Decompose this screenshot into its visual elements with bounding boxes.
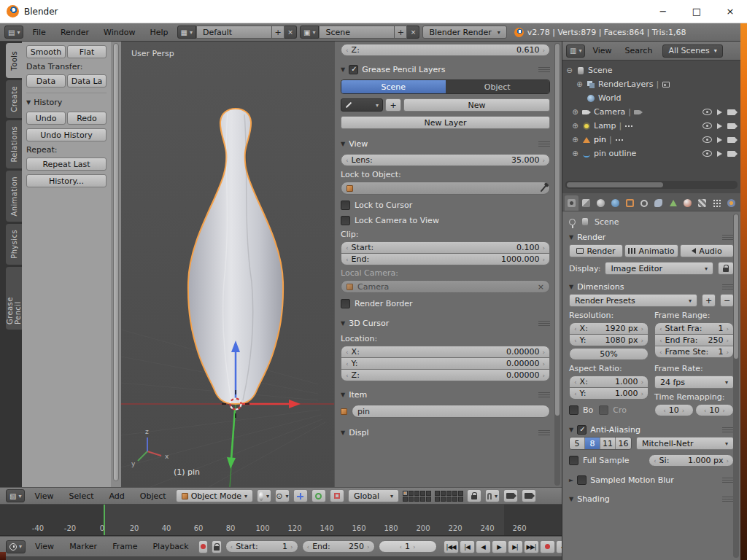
eyedropper-icon[interactable]: [541, 184, 547, 192]
render-button[interactable]: Render: [569, 244, 623, 257]
keying-set-button[interactable]: ◆: [556, 540, 562, 553]
outliner-menu-view[interactable]: View: [587, 46, 617, 55]
render-audio-button[interactable]: Audio: [680, 244, 734, 257]
keying-lock-button[interactable]: [212, 540, 222, 553]
aa-samples-5[interactable]: 5: [570, 438, 585, 449]
frame-start-field[interactable]: ‹ Start: 1 ›: [225, 540, 298, 553]
motion-blur-checkbox[interactable]: [577, 475, 587, 485]
render-border-checkbox[interactable]: [341, 299, 350, 308]
tab-scene[interactable]: [594, 195, 608, 211]
render-presets-dropdown[interactable]: Render Presets▾: [569, 294, 697, 307]
increment-arrow-icon[interactable]: ›: [542, 256, 545, 263]
panel-grip-icon[interactable]: [722, 235, 734, 241]
clip-end-field[interactable]: ‹ End: 1000.000 ›: [341, 253, 550, 265]
selectability-arrow-icon[interactable]: [717, 123, 722, 129]
close-button[interactable]: ×: [713, 0, 747, 23]
visibility-eye-icon[interactable]: [703, 136, 712, 143]
pivot-point-dropdown[interactable]: ⊙▾: [275, 489, 290, 502]
pin-context-icon[interactable]: [569, 219, 576, 225]
minimize-button[interactable]: −: [646, 0, 680, 23]
display-dropdown[interactable]: Image Editor▾: [605, 262, 713, 275]
increment-arrow-icon[interactable]: ›: [542, 360, 545, 368]
gp-data-dropdown[interactable]: ▾: [341, 98, 383, 112]
renderability-camera-icon[interactable]: [727, 109, 735, 115]
tab-physics[interactable]: [724, 195, 738, 211]
shading-panel-header[interactable]: ▼ Shading: [569, 491, 734, 506]
outliner-row-lamp[interactable]: ⊕ Lamp |: [565, 119, 739, 133]
outliner-menu-search[interactable]: Search: [619, 46, 659, 55]
tab-physics[interactable]: Physics: [6, 224, 22, 265]
tab-constraints[interactable]: [638, 195, 651, 211]
layer-cell[interactable]: [414, 491, 419, 496]
resolution-percentage-slider[interactable]: 50%: [569, 348, 649, 360]
crop-checkbox[interactable]: [599, 405, 608, 415]
next-keyframe-button[interactable]: ▶|: [508, 540, 523, 553]
aspect-x-field[interactable]: ‹X:1.000›: [569, 376, 649, 388]
shade-smooth-button[interactable]: Smooth: [26, 45, 66, 58]
add-scene-button[interactable]: +: [395, 26, 407, 39]
frame-end-field[interactable]: ‹ End: 250 ›: [302, 540, 375, 553]
panel-grip-icon[interactable]: [722, 427, 734, 433]
frame-start-field[interactable]: ‹Start Fra:1›: [654, 322, 734, 335]
layer-cell[interactable]: [435, 497, 440, 502]
resolution-y-field[interactable]: ‹Y:1080 px›: [569, 334, 649, 346]
toolshelf-scrollbar[interactable]: [111, 42, 121, 487]
item-panel-header[interactable]: ▼ Item: [341, 387, 550, 402]
outliner-editor-type-button[interactable]: ▥▾: [566, 44, 585, 58]
local-camera-field[interactable]: Camera ×: [341, 280, 550, 293]
data-transfer-button[interactable]: Data: [26, 74, 66, 88]
timeline-ruler[interactable]: -40 -20 0 20 40 60 80 100 120 140 160 18…: [0, 505, 562, 536]
layer-cell[interactable]: [426, 497, 431, 502]
aa-size-field[interactable]: ‹Si:1.000 px›: [649, 454, 734, 467]
delete-screen-button[interactable]: ×: [285, 26, 297, 39]
timeline-editor-type-button[interactable]: ▾: [6, 540, 26, 553]
panel-grip-icon[interactable]: [538, 321, 550, 327]
screen-layout-field[interactable]: Default: [196, 26, 272, 39]
tab-particles[interactable]: [710, 195, 724, 211]
expand-icon[interactable]: ⊕: [571, 136, 579, 144]
layer-cell[interactable]: [409, 497, 414, 502]
record-button[interactable]: [540, 540, 555, 553]
aa-filter-dropdown[interactable]: Mitchell-Netr▾: [636, 437, 734, 450]
render-opengl-animation-button[interactable]: [522, 489, 536, 502]
mode-dropdown[interactable]: Object Mode ▾: [176, 489, 253, 502]
scene-field[interactable]: Scene: [319, 26, 395, 39]
layer-cell[interactable]: [458, 491, 463, 496]
tab-modifiers[interactable]: [652, 195, 666, 211]
layer-group-2[interactable]: [435, 491, 463, 502]
tab-texture[interactable]: [695, 195, 709, 211]
grease-pencil-layers-panel-header[interactable]: ▼ Grease Pencil Layers: [341, 62, 550, 77]
snap-toggle-button[interactable]: ▾: [485, 489, 500, 502]
layer-cell[interactable]: [409, 491, 414, 496]
properties-scrollbar[interactable]: [733, 214, 739, 558]
menu-help[interactable]: Help: [144, 28, 174, 37]
layer-cell[interactable]: [446, 491, 452, 496]
manipulator-scale-button[interactable]: [330, 489, 344, 502]
increment-arrow-icon[interactable]: ›: [542, 349, 545, 356]
outliner-row-scene[interactable]: ⊖ Scene: [565, 63, 739, 77]
panel-grip-icon[interactable]: [722, 478, 734, 483]
shade-flat-button[interactable]: Flat: [67, 45, 107, 58]
tab-relations[interactable]: Relations: [6, 120, 22, 168]
outliner-row-camera[interactable]: ⊕ Camera |: [565, 105, 739, 119]
gp-new-layer-button[interactable]: New Layer: [341, 116, 550, 129]
resolution-x-field[interactable]: ‹X:1920 px›: [569, 322, 649, 335]
screen-layout-icon-button[interactable]: ▦▾: [177, 26, 196, 39]
data-layout-button[interactable]: Data La: [67, 74, 107, 88]
cursor-y-field[interactable]: ‹ Y: 0.00000 ›: [341, 357, 550, 370]
lock-interface-button[interactable]: [718, 262, 734, 275]
outliner-row-pin-outline[interactable]: ⊕ pin outline: [565, 147, 739, 160]
gp-tab-scene[interactable]: Scene: [341, 80, 446, 93]
repeat-last-button[interactable]: Repeat Last: [26, 158, 107, 171]
increment-arrow-icon[interactable]: ›: [542, 47, 545, 54]
render-animation-button[interactable]: Animatio: [624, 244, 678, 257]
tab-object[interactable]: [623, 195, 637, 211]
display-panel-header[interactable]: ▼ Displ: [341, 425, 550, 440]
layer-cell[interactable]: [420, 497, 425, 502]
timeline-menu-marker[interactable]: Marker: [63, 542, 103, 551]
menu-select[interactable]: Select: [63, 491, 100, 501]
selectability-arrow-icon[interactable]: [717, 151, 722, 157]
outliner-row-world[interactable]: World: [565, 91, 739, 105]
increment-arrow-icon[interactable]: ›: [542, 157, 545, 164]
aspect-y-field[interactable]: ‹Y:1.000›: [569, 387, 649, 400]
